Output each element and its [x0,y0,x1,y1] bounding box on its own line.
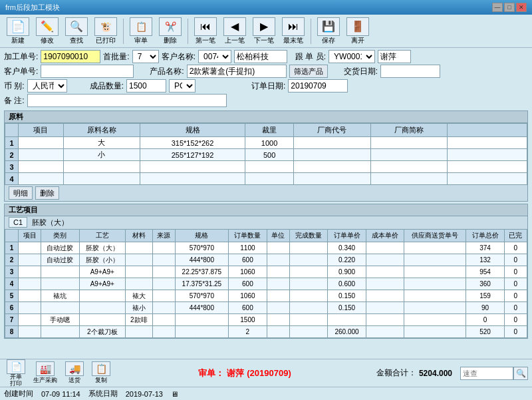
xuanpin-button[interactable]: 筛选产品 [289,65,328,78]
proc-order-price-4[interactable]: 0.600 [328,278,366,290]
proc-cost-price-3[interactable] [366,266,404,278]
proc-type-1[interactable]: 自动过胶 [41,242,80,254]
proc-delivery-no-6[interactable] [404,302,466,314]
proc-spec-1[interactable]: 570*970 [175,242,229,254]
jiagong-hao-input[interactable] [41,50,100,63]
proc-order-price-2[interactable]: 0.220 [328,254,366,266]
kehu-code-select[interactable]: 0074 [198,50,231,63]
proc-cost-price-5[interactable] [366,290,404,302]
delete-button[interactable]: ✂️ 删除 [156,16,184,47]
proc-material-3[interactable] [125,266,152,278]
proc-done-qty-4[interactable] [289,278,328,290]
proc-type-8[interactable] [41,326,80,338]
bei-input[interactable] [27,94,227,107]
proc-delivery-no-3[interactable] [404,266,466,278]
proc-process-2[interactable]: 胚胶（小） [79,254,125,266]
proc-delivery-no-5[interactable] [404,290,466,302]
next-button[interactable]: ▶ 下一笔 [250,16,278,47]
proc-item-1[interactable] [19,242,41,254]
proc-spec-3[interactable]: 22.25*37.875 [175,266,229,278]
proc-order-price-6[interactable]: 0.150 [328,302,366,314]
proc-source-8[interactable] [152,326,175,338]
search-button[interactable]: 🔍 [513,367,528,380]
proc-material-6[interactable]: 裱小 [125,302,152,314]
proc-order-price-8[interactable]: 260.000 [328,326,366,338]
proc-total-8[interactable]: 520 [466,326,505,338]
proc-cost-price-8[interactable] [366,326,404,338]
proc-process-3[interactable]: A9+A9+ [79,266,125,278]
proc-delivery-no-2[interactable] [404,254,466,266]
proc-unit-2[interactable] [267,254,289,266]
material-spec-4[interactable] [140,173,245,185]
proc-item-8[interactable] [19,326,41,338]
proc-cost-price-1[interactable] [366,242,404,254]
proc-done-6[interactable]: 0 [504,302,527,314]
kehu-danhao-input[interactable] [41,65,134,78]
chengpin-unit-select[interactable]: PCS [169,79,196,93]
proc-cost-price-7[interactable] [366,314,404,326]
proc-process-8[interactable]: 2个裁刀板 [79,326,125,338]
material-vendor-name-4[interactable] [370,173,448,185]
material-vendor-code-4[interactable] [294,173,370,185]
proc-order-qty-8[interactable]: 2 [229,326,267,338]
proc-order-price-3[interactable]: 0.900 [328,266,366,278]
gendanren-name-input[interactable] [378,50,411,63]
material-vendor-name-3[interactable] [370,161,448,173]
copy-button[interactable]: 📋 复制 [89,360,113,386]
prev-button[interactable]: ◀ 上一笔 [221,16,249,47]
proc-type-2[interactable]: 自动过胶 [41,254,80,266]
production-button[interactable]: 🏭 生产采购 [31,360,60,386]
proc-cost-price-4[interactable] [366,278,404,290]
proc-process-6[interactable] [79,302,125,314]
restore-button[interactable]: □ [504,3,515,12]
proc-item-6[interactable] [19,302,41,314]
proc-source-6[interactable] [152,302,175,314]
proc-source-5[interactable] [152,290,175,302]
open-order-button[interactable]: 📄 开单打印 [4,358,28,389]
proc-delivery-no-1[interactable] [404,242,466,254]
mingxi-button[interactable]: 明细 [9,186,33,200]
proc-unit-5[interactable] [267,290,289,302]
shanchua-button[interactable]: 删除 [35,186,59,200]
proc-done-qty-2[interactable] [289,254,328,266]
last-button[interactable]: ⏭ 最末笔 [279,16,307,47]
proc-order-qty-5[interactable]: 1060 [229,290,267,302]
material-item-3[interactable] [19,161,64,173]
material-name-3[interactable] [63,161,140,173]
proc-order-qty-6[interactable]: 600 [229,302,267,314]
proc-done-4[interactable]: 0 [504,278,527,290]
proc-unit-7[interactable] [267,314,289,326]
exit-button[interactable]: 🚪 离开 [344,16,372,47]
proc-type-7[interactable]: 手动嗯 [41,314,80,326]
new-button[interactable]: 📄 新建 [4,16,32,47]
proc-spec-4[interactable]: 17.375*31.25 [175,278,229,290]
proc-delivery-no-4[interactable] [404,278,466,290]
proc-total-4[interactable]: 360 [466,278,505,290]
proc-spec-6[interactable]: 444*800 [175,302,229,314]
proc-process-4[interactable]: A9+A9+ [79,278,125,290]
proc-unit-1[interactable] [267,242,289,254]
proc-total-2[interactable]: 132 [466,254,505,266]
proc-spec-7[interactable] [175,314,229,326]
proc-done-7[interactable]: 0 [504,314,527,326]
proc-type-4[interactable] [41,278,80,290]
bi-select[interactable]: 人民币 [27,79,67,93]
material-name-2[interactable]: 小 [63,149,140,161]
proc-done-5[interactable]: 0 [504,290,527,302]
material-qty-2[interactable]: 500 [245,149,294,161]
material-item-1[interactable] [19,137,64,149]
proc-material-5[interactable]: 裱大 [125,290,152,302]
material-vendor-code-2[interactable] [294,149,370,161]
proc-order-qty-1[interactable]: 1100 [229,242,267,254]
proc-type-6[interactable] [41,302,80,314]
dingdanri-input[interactable] [288,79,348,93]
proc-order-qty-2[interactable]: 600 [229,254,267,266]
material-qty-1[interactable]: 1000 [245,137,294,149]
material-vendor-code-1[interactable] [294,137,370,149]
first-button[interactable]: ⏮ 第一笔 [192,16,219,47]
proc-delivery-no-8[interactable] [404,326,466,338]
proc-done-8[interactable]: 0 [504,326,527,338]
proc-source-7[interactable] [152,314,175,326]
material-spec-3[interactable] [140,161,245,173]
proc-order-price-7[interactable] [328,314,366,326]
